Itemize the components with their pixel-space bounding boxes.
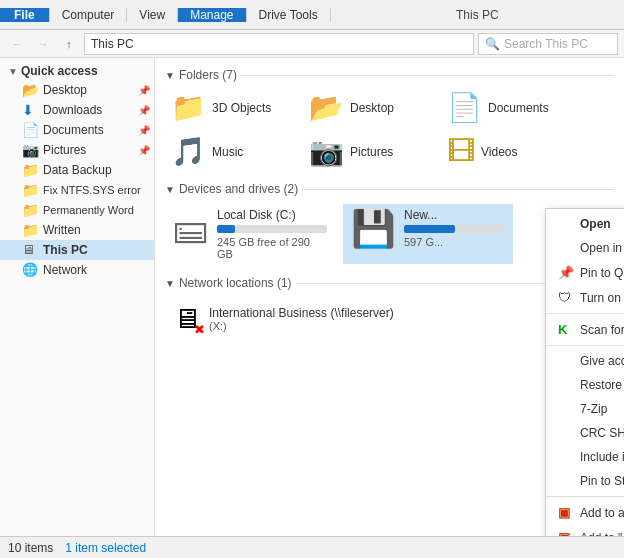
ctx-pin-label: Pin to Quick access <box>580 266 624 280</box>
drive-c-space: 245 GB free of 290 GB <box>217 236 327 260</box>
folder-desktop[interactable]: 📂 Desktop <box>303 90 433 126</box>
network-icon: 🌐 <box>22 262 38 278</box>
sidebar-item-label: Desktop <box>43 83 87 97</box>
ctx-add-archive-rar[interactable]: ▣ Add to "Archive.rar" <box>546 525 624 536</box>
ctx-add-archive[interactable]: ▣ Add to archive... <box>546 500 624 525</box>
pc-icon: 🖥 <box>22 242 38 258</box>
address-box[interactable]: This PC <box>84 33 474 55</box>
file-tab[interactable]: File <box>0 8 50 22</box>
drive-new-bar-wrap <box>404 225 505 233</box>
ctx-scan-label: Scan for viruses <box>580 323 624 337</box>
sidebar-item-thispc[interactable]: 🖥 This PC <box>0 240 154 260</box>
folders-section-label: Folders (7) <box>179 68 237 82</box>
sidebar-item-label: Documents <box>43 123 104 137</box>
ctx-rar-icon: ▣ <box>558 505 574 520</box>
content-area: ▼ Folders (7) 📁 3D Objects 📂 Desktop 📄 D… <box>155 58 624 536</box>
folder-label: Music <box>212 145 243 159</box>
quick-access-header[interactable]: ▼ Quick access <box>0 62 154 80</box>
ctx-include-library[interactable]: Include in library ► <box>546 445 624 469</box>
sidebar-item-label: Written <box>43 223 81 237</box>
network-location-info: International Business (\\fileserver) (X… <box>209 306 394 332</box>
folder-pictures[interactable]: 📷 Pictures <box>303 134 433 170</box>
folder-icon-3dobjects: 📁 <box>171 94 206 122</box>
sidebar-item-pictures[interactable]: 📷 Pictures 📌 <box>0 140 154 160</box>
ctx-shield-icon: 🛡 <box>558 290 574 305</box>
desktop-folder-icon: 📂 <box>22 82 38 98</box>
ctx-pin-start[interactable]: Pin to Start <box>546 469 624 493</box>
drive-new-name: New... <box>404 208 505 222</box>
folder-icon: 📁 <box>22 182 38 198</box>
folder-label: Desktop <box>350 101 394 115</box>
search-box[interactable]: 🔍 Search This PC <box>478 33 618 55</box>
ctx-crcsha-label: CRC SHA <box>580 426 624 440</box>
sidebar-item-documents[interactable]: 📄 Documents 📌 <box>0 120 154 140</box>
network-location-name: International Business (\\fileserver) <box>209 306 394 320</box>
sidebar-item-label: Pictures <box>43 143 86 157</box>
drive-tools-tab[interactable]: Drive Tools <box>247 8 331 22</box>
chevron-devices-icon: ▼ <box>165 184 175 195</box>
ctx-pin-quick-access[interactable]: 📌 Pin to Quick access <box>546 260 624 285</box>
documents-folder-icon: 📄 <box>22 122 38 138</box>
chevron-folders-icon: ▼ <box>165 70 175 81</box>
ctx-bitlocker-label: Turn on BitLocker <box>580 291 624 305</box>
ctx-pin-start-label: Pin to Start <box>580 474 624 488</box>
titlebar: File Computer View Manage Drive Tools Th… <box>0 0 624 30</box>
sidebar-item-databackup[interactable]: 📁 Data Backup <box>0 160 154 180</box>
manage-tab[interactable]: Manage <box>178 8 246 22</box>
ctx-7zip[interactable]: 7-Zip ► <box>546 397 624 421</box>
pin-icon: 📌 <box>138 105 150 116</box>
forward-button[interactable]: → <box>32 33 54 55</box>
sidebar-item-fixntfs[interactable]: 📁 Fix NTFS.SYS error <box>0 180 154 200</box>
downloads-folder-icon: ⬇ <box>22 102 38 118</box>
ctx-bitlocker[interactable]: 🛡 Turn on BitLocker <box>546 285 624 310</box>
network-location-icon: 🖥✖ <box>173 302 201 335</box>
sidebar-item-desktop[interactable]: 📂 Desktop 📌 <box>0 80 154 100</box>
view-tab[interactable]: View <box>127 8 178 22</box>
ctx-separator-1 <box>546 313 624 314</box>
pin-icon: 📌 <box>138 85 150 96</box>
folders-grid: 📁 3D Objects 📂 Desktop 📄 Documents 🎵 Mus… <box>165 90 614 170</box>
ctx-add-archive-label: Add to archive... <box>580 506 624 520</box>
sidebar-item-label: Downloads <box>43 103 102 117</box>
sidebar-item-downloads[interactable]: ⬇ Downloads 📌 <box>0 100 154 120</box>
ctx-open[interactable]: Open <box>546 212 624 236</box>
ctx-restore-versions[interactable]: Restore previous versions ► <box>546 373 624 397</box>
folder-videos[interactable]: 🎞 Videos <box>441 134 571 170</box>
back-button[interactable]: ← <box>6 33 28 55</box>
folder-documents[interactable]: 📄 Documents <box>441 90 571 126</box>
network-location-sub: (X:) <box>209 320 394 332</box>
drive-new-bar <box>404 225 455 233</box>
up-button[interactable]: ↑ <box>58 33 80 55</box>
folder-music[interactable]: 🎵 Music <box>165 134 295 170</box>
folder-3dobjects[interactable]: 📁 3D Objects <box>165 90 295 126</box>
ctx-scan-viruses[interactable]: K Scan for viruses <box>546 317 624 342</box>
sidebar: ▼ Quick access 📂 Desktop 📌 ⬇ Downloads 📌… <box>0 58 155 536</box>
folder-label: Pictures <box>350 145 393 159</box>
drive-new-icon: 💾 <box>351 208 396 250</box>
chevron-icon: ▼ <box>8 66 18 77</box>
drive-c-bar <box>217 225 235 233</box>
sidebar-item-label: This PC <box>43 243 88 257</box>
search-placeholder: Search This PC <box>504 37 588 51</box>
drive-c[interactable]: 🖴 Local Disk (C:) 245 GB free of 290 GB <box>165 204 335 264</box>
ctx-give-access[interactable]: Give access to ► <box>546 349 624 373</box>
address-bar-row: ← → ↑ This PC 🔍 Search This PC <box>0 30 624 58</box>
sidebar-item-written[interactable]: 📁 Written <box>0 220 154 240</box>
drive-c-icon: 🖴 <box>173 208 209 250</box>
sidebar-item-network[interactable]: 🌐 Network <box>0 260 154 280</box>
main-layout: ▼ Quick access 📂 Desktop 📌 ⬇ Downloads 📌… <box>0 58 624 536</box>
drive-new[interactable]: 💾 New... 597 G... <box>343 204 513 264</box>
section-divider <box>302 189 614 190</box>
ctx-k-icon: K <box>558 322 574 337</box>
window-title: This PC <box>331 8 624 22</box>
ctx-crcsha[interactable]: CRC SHA ► <box>546 421 624 445</box>
folder-icon: 📁 <box>22 202 38 218</box>
sidebar-item-permanentlyword[interactable]: 📁 Permanently Word <box>0 200 154 220</box>
drive-c-name: Local Disk (C:) <box>217 208 327 222</box>
folder-icon: 📁 <box>22 162 38 178</box>
ctx-open-label: Open <box>580 217 611 231</box>
ctx-open-new-window[interactable]: Open in new window <box>546 236 624 260</box>
computer-tab[interactable]: Computer <box>50 8 128 22</box>
ctx-7zip-label: 7-Zip <box>580 402 607 416</box>
folder-icon-documents: 📄 <box>447 94 482 122</box>
